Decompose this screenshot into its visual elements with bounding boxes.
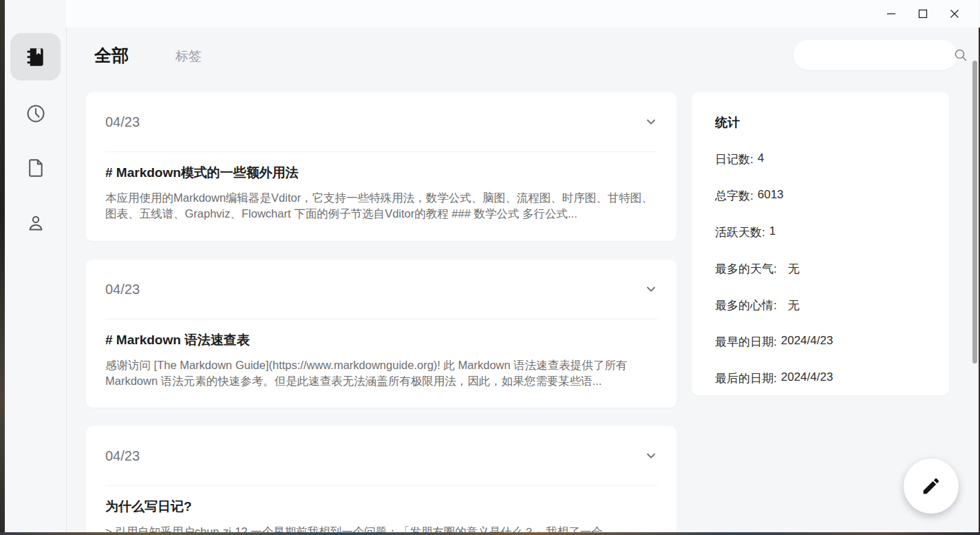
stat-value: 4 xyxy=(758,151,764,167)
maximize-icon xyxy=(918,9,928,19)
diary-date: 04/23 xyxy=(105,448,140,464)
statistics-title: 统计 xyxy=(715,114,926,131)
person-icon xyxy=(25,212,47,234)
stat-top-weather: 最多的天气: 无 xyxy=(715,261,926,277)
stat-top-mood: 最多的心情: 无 xyxy=(715,297,926,313)
diary-title: # Markdown 语法速查表 xyxy=(105,331,657,349)
diary-preview: 本应用使用的Markdown编辑器是Vditor，它支持一些特殊用法，数学公式、… xyxy=(105,190,657,221)
stat-value: 2024/4/23 xyxy=(781,370,833,386)
stat-label: 最多的心情: xyxy=(715,297,777,313)
notebook-icon xyxy=(23,45,48,70)
diary-card-header[interactable]: 04/23 xyxy=(105,426,657,486)
diary-title: # Markdown模式的一些额外用法 xyxy=(105,164,657,182)
diary-card[interactable]: 04/23 # Markdown 语法速查表 感谢访问 [The Markdow… xyxy=(86,260,677,408)
new-entry-button[interactable] xyxy=(904,459,959,514)
sidebar-divider xyxy=(66,28,67,532)
minimize-button[interactable] xyxy=(875,1,907,26)
diary-card-header[interactable]: 04/23 xyxy=(105,260,657,319)
search-input[interactable] xyxy=(793,49,952,61)
app-window: 全部 标签 04/23 # Markdown模式的一些额外用法 本应用使用的Ma… xyxy=(5,0,979,532)
desktop-edge-bottom xyxy=(0,532,980,535)
close-button[interactable] xyxy=(939,1,970,26)
sidebar-item-diary[interactable] xyxy=(10,33,61,81)
stat-label: 活跃天数: xyxy=(715,224,765,240)
diary-date: 04/23 xyxy=(105,282,140,297)
stat-label: 日记数: xyxy=(715,151,754,167)
stat-diary-count: 日记数: 4 xyxy=(715,151,926,167)
statistics-panel: 统计 日记数: 4 总字数: 6013 活跃天数: 1 最多的天气: 无 最多的… xyxy=(692,92,949,395)
diary-date: 04/23 xyxy=(105,114,140,130)
titlebar xyxy=(5,0,979,28)
diary-card[interactable]: 04/23 为什么写日记? > 引用自知乎用户chun-zi-12 一个星期前我… xyxy=(86,426,677,532)
stat-earliest-date: 最早的日期: 2024/4/23 xyxy=(715,334,926,350)
stat-label: 最多的天气: xyxy=(715,261,777,277)
stat-value: 无 xyxy=(788,261,800,277)
diary-title: 为什么写日记? xyxy=(105,498,657,516)
sidebar xyxy=(5,0,66,532)
stat-value: 2024/4/23 xyxy=(781,334,833,350)
diary-preview: > 引用自知乎用户chun-zi-12 一个星期前我想到一个问题：「发朋友圈的意… xyxy=(105,524,657,532)
stat-active-days: 活跃天数: 1 xyxy=(715,224,926,240)
close-icon xyxy=(950,9,959,19)
pencil-icon xyxy=(921,476,941,496)
maximize-button[interactable] xyxy=(907,1,939,26)
search-icon xyxy=(952,47,969,63)
stat-value: 1 xyxy=(769,224,776,240)
chevron-down-icon[interactable] xyxy=(645,116,657,128)
diary-card-header[interactable]: 04/23 xyxy=(105,92,657,152)
stat-label: 最早的日期: xyxy=(715,334,777,350)
search-box[interactable] xyxy=(793,40,957,70)
tab-tags[interactable]: 标签 xyxy=(175,48,202,65)
tab-all[interactable]: 全部 xyxy=(94,44,129,67)
scrollbar-thumb[interactable] xyxy=(972,61,977,364)
diary-card[interactable]: 04/23 # Markdown模式的一些额外用法 本应用使用的Markdown… xyxy=(86,92,677,241)
stat-word-count: 总字数: 6013 xyxy=(715,188,926,204)
stat-label: 最后的日期: xyxy=(715,370,777,386)
chevron-down-icon[interactable] xyxy=(645,283,657,295)
desktop-edge-left xyxy=(0,0,5,535)
sidebar-item-history[interactable] xyxy=(5,97,66,130)
sidebar-item-documents[interactable] xyxy=(5,151,66,185)
document-icon xyxy=(25,157,47,179)
chevron-down-icon[interactable] xyxy=(645,450,657,462)
stat-label: 总字数: xyxy=(715,188,754,204)
diary-preview: 感谢访问 [The Markdown Guide](https://www.ma… xyxy=(105,357,657,388)
minimize-icon xyxy=(886,9,896,19)
stat-last-date: 最后的日期: 2024/4/23 xyxy=(715,370,926,386)
stat-value: 6013 xyxy=(758,188,784,204)
stat-value: 无 xyxy=(788,297,800,313)
sidebar-item-profile[interactable] xyxy=(5,207,66,240)
search-button[interactable] xyxy=(952,47,969,63)
clock-icon xyxy=(25,103,47,125)
